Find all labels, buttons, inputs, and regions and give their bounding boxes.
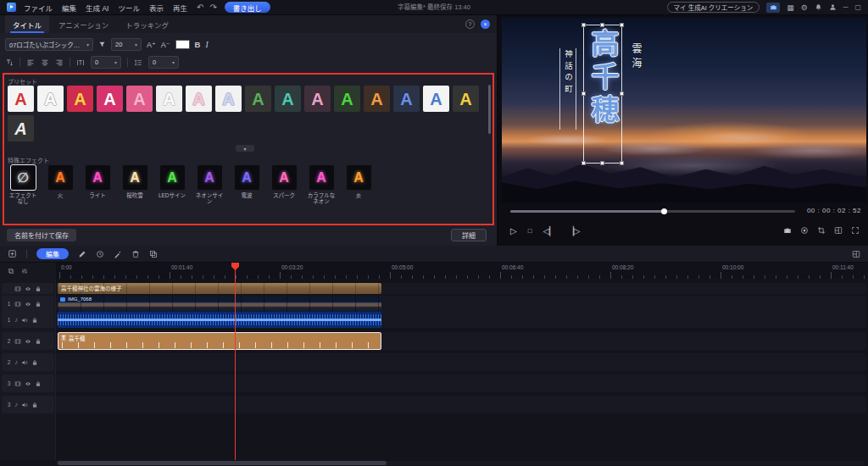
timeline-ruler[interactable]: 0:0000:01:4000:03:2000:05:0000:06:4000:0… — [56, 263, 868, 279]
workspace-grid-icon[interactable]: ▦ — [787, 0, 794, 15]
title-preset-12[interactable]: A — [334, 86, 360, 112]
menu-item-4[interactable]: ツール — [118, 3, 140, 13]
text-selection-box[interactable]: 高千穂 — [583, 25, 622, 164]
title-preset-9[interactable]: A — [245, 86, 271, 112]
track-header-5[interactable]: 2♪ — [2, 353, 54, 371]
resize-handle-tr[interactable] — [620, 23, 624, 27]
visibility-eye-icon[interactable] — [25, 286, 31, 292]
char-spacing-select[interactable]: 0▾ — [91, 56, 121, 69]
undo-icon[interactable]: ↶ — [197, 3, 203, 12]
menu-item-3[interactable]: 生成 AI — [86, 3, 108, 13]
mute-icon[interactable] — [21, 359, 28, 366]
lock-icon[interactable] — [35, 338, 42, 345]
fx-item-8[interactable]: Aスパーク — [269, 164, 299, 205]
fx-item-7[interactable]: A電波 — [231, 164, 262, 205]
title-preset-6[interactable]: A — [156, 86, 182, 112]
resize-handle-tm[interactable] — [600, 23, 604, 27]
visibility-eye-icon[interactable] — [25, 338, 31, 345]
italic-icon[interactable]: I — [205, 41, 208, 49]
menu-item-2[interactable]: 編集 — [62, 3, 76, 13]
account-user-icon[interactable] — [829, 3, 837, 11]
hscroll-handle[interactable] — [58, 461, 387, 465]
panel-layout-icon[interactable] — [852, 250, 860, 258]
resize-handle-mr[interactable] — [620, 92, 624, 96]
redo-icon[interactable]: ↷ — [209, 3, 216, 12]
app-logo-icon[interactable] — [7, 3, 16, 12]
title-text-overlay[interactable]: 高千穂 — [582, 29, 623, 128]
delete-icon[interactable] — [131, 250, 140, 258]
preset-expand-button[interactable]: ▾ — [236, 145, 254, 152]
resize-handle-br[interactable] — [620, 161, 624, 165]
overlay-video-clip[interactable]: 高千穂神社の雲海の様子 — [58, 283, 381, 294]
mute-icon[interactable] — [21, 317, 28, 324]
track-manager-icon[interactable] — [8, 268, 14, 275]
fx-item-3[interactable]: Aライト — [82, 164, 113, 205]
resize-handle-ml[interactable] — [581, 92, 586, 96]
subtitle-left-text[interactable]: 神話の町 — [559, 48, 576, 130]
mute-icon[interactable] — [21, 402, 28, 408]
subtitle-right-text[interactable]: 雲海 — [629, 43, 643, 72]
decrease-font-icon[interactable]: A⁻ — [161, 41, 170, 49]
title-preset-16[interactable]: A — [453, 86, 479, 112]
title-preset-10[interactable]: A — [275, 86, 301, 112]
screen-recorder-icon[interactable] — [766, 3, 780, 13]
title-preset-11[interactable]: A — [304, 86, 331, 112]
align-center-icon[interactable] — [41, 58, 49, 67]
font-size-select[interactable]: 20▾ — [111, 38, 142, 51]
lock-icon[interactable] — [31, 317, 38, 324]
timeline-lane-7[interactable] — [56, 396, 866, 413]
lock-icon[interactable] — [35, 301, 42, 308]
tab-tracking[interactable]: トラッキング — [118, 15, 176, 33]
fx-item-9[interactable]: Aカラフルなネオン — [306, 164, 337, 205]
tab-title[interactable]: タイトル — [5, 15, 49, 33]
title-preset-1[interactable]: A — [8, 86, 34, 112]
ai-wand-icon[interactable] — [114, 250, 122, 258]
fx-item-4[interactable]: A桜吹雪 — [120, 164, 150, 205]
title-preset-13[interactable]: A — [364, 86, 390, 112]
track-mixer-icon[interactable] — [21, 268, 28, 275]
seek-knob[interactable] — [661, 208, 667, 214]
preview-seekbar[interactable] — [510, 210, 795, 213]
title-preset-17[interactable]: A — [8, 115, 34, 141]
font-filter-icon[interactable] — [98, 41, 106, 48]
align-right-icon[interactable] — [55, 58, 64, 67]
title-clip[interactable]: T高千穂 — [58, 332, 381, 350]
collapse-panel-icon[interactable]: × — [481, 19, 490, 29]
track-header-6[interactable]: 3 — [2, 374, 54, 392]
timeline-hscrollbar[interactable] — [56, 461, 865, 465]
timeline-lane-6[interactable] — [56, 374, 866, 392]
my-ai-creations-button[interactable]: マイ 生成AI クリエーション — [667, 2, 760, 13]
add-media-icon[interactable] — [8, 249, 17, 258]
notifications-bell-icon[interactable] — [815, 3, 822, 11]
maximize-button[interactable]: ▢ — [854, 3, 861, 11]
help-icon[interactable]: ? — [465, 19, 475, 29]
track-header-7[interactable]: 3♪ — [2, 396, 54, 413]
main-video-clip[interactable]: IMG_7068 — [58, 296, 381, 328]
bold-icon[interactable]: B — [195, 40, 201, 49]
minimize-button[interactable]: ─ — [843, 3, 849, 11]
lock-icon[interactable] — [35, 380, 42, 387]
prev-frame-button[interactable]: ◁▏ — [543, 226, 556, 236]
timeline-edit-button[interactable]: 編集 — [36, 248, 69, 259]
stop-button[interactable]: □ — [528, 227, 532, 235]
record-icon[interactable] — [800, 226, 809, 235]
title-preset-4[interactable]: A — [97, 86, 123, 112]
track-header-1[interactable] — [2, 283, 54, 294]
fit-viewport-icon[interactable] — [834, 226, 843, 235]
next-frame-button[interactable]: ▕▷ — [567, 226, 580, 236]
fullscreen-icon[interactable] — [851, 226, 860, 235]
timeline-lane-5[interactable] — [56, 353, 866, 371]
line-spacing-select[interactable]: 0▾ — [148, 56, 179, 69]
visibility-eye-icon[interactable] — [25, 301, 31, 308]
save-as-button[interactable]: 名前を付けて保存 — [7, 229, 76, 241]
video-viewer[interactable]: 神話の町 雲海 高千穂 — [502, 18, 866, 202]
visibility-eye-icon[interactable] — [25, 380, 31, 387]
title-preset-15[interactable]: A — [423, 86, 449, 112]
title-preset-2[interactable]: A — [37, 86, 64, 112]
fx-item-2[interactable]: A火 — [45, 164, 75, 205]
fx-item-6[interactable]: Aネオンサイン — [194, 164, 225, 205]
title-preset-5[interactable]: A — [126, 86, 153, 112]
duplicate-icon[interactable] — [149, 250, 158, 258]
fx-item-10[interactable]: A炎 — [343, 164, 374, 205]
crop-icon[interactable] — [817, 226, 826, 235]
